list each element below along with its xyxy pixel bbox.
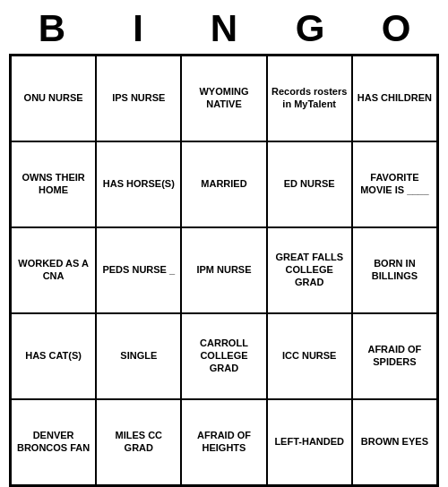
bingo-cell-r4c3[interactable]: LEFT-HANDED <box>267 399 352 485</box>
bingo-cell-r3c1[interactable]: SINGLE <box>96 313 181 399</box>
bingo-cell-r3c3[interactable]: ICC NURSE <box>267 313 352 399</box>
bingo-cell-r1c3[interactable]: ED NURSE <box>267 141 352 227</box>
bingo-cell-r1c0[interactable]: OWNS THEIR HOME <box>11 141 96 227</box>
bingo-cell-r0c4[interactable]: HAS CHILDREN <box>352 56 437 141</box>
bingo-letter-i: I <box>102 7 174 50</box>
bingo-header: BINGO <box>9 0 439 54</box>
bingo-cell-r3c4[interactable]: AFRAID OF SPIDERS <box>352 313 437 399</box>
bingo-letter-g: G <box>274 7 346 50</box>
bingo-cell-r4c1[interactable]: MILES CC GRAD <box>96 399 181 485</box>
bingo-cell-r4c2[interactable]: AFRAID OF HEIGHTS <box>181 399 266 485</box>
bingo-cell-r2c0[interactable]: WORKED AS A CNA <box>11 227 96 313</box>
bingo-grid: ONU NURSEIPS NURSEWYOMING NATIVERecords … <box>9 54 439 487</box>
bingo-cell-r0c3[interactable]: Records rosters in MyTalent <box>267 56 352 141</box>
bingo-cell-r4c0[interactable]: DENVER BRONCOS FAN <box>11 399 96 485</box>
bingo-cell-r2c1[interactable]: PEDS NURSE _ <box>96 227 181 313</box>
bingo-cell-r0c2[interactable]: WYOMING NATIVE <box>181 56 266 141</box>
bingo-cell-r2c4[interactable]: BORN IN BILLINGS <box>352 227 437 313</box>
bingo-cell-r3c2[interactable]: CARROLL COLLEGE GRAD <box>181 313 266 399</box>
bingo-letter-n: N <box>188 7 260 50</box>
bingo-cell-r3c0[interactable]: HAS CAT(S) <box>11 313 96 399</box>
bingo-letter-b: B <box>16 7 88 50</box>
bingo-cell-r1c2[interactable]: MARRIED <box>181 141 266 227</box>
bingo-cell-r1c4[interactable]: FAVORITE MOVIE IS ____ <box>352 141 437 227</box>
bingo-cell-r2c3[interactable]: GREAT FALLS COLLEGE GRAD <box>267 227 352 313</box>
bingo-letter-o: O <box>360 7 432 50</box>
bingo-cell-r4c4[interactable]: BROWN EYES <box>352 399 437 485</box>
bingo-cell-r2c2[interactable]: IPM NURSE <box>181 227 266 313</box>
bingo-cell-r1c1[interactable]: HAS HORSE(S) <box>96 141 181 227</box>
bingo-cell-r0c0[interactable]: ONU NURSE <box>11 56 96 141</box>
bingo-cell-r0c1[interactable]: IPS NURSE <box>96 56 181 141</box>
